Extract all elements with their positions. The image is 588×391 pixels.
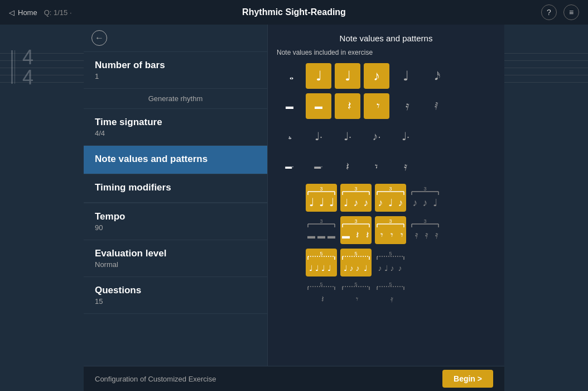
modal: ← Number of bars 1 Generate rhythm Time … — [84, 25, 504, 369]
begin-button[interactable]: Begin > — [442, 370, 493, 388]
note-cell-1-4[interactable]: ♩ — [393, 63, 418, 89]
note-cell-t1-1[interactable]: 3 ♩ ♩ ♩ — [306, 184, 337, 212]
note-cell-1-1[interactable]: ♩ — [306, 63, 331, 89]
note-cell-tr-1[interactable]: 3 ▬ ▬ ▬ — [306, 216, 337, 244]
row-icon-4: ▬· — [277, 154, 302, 179]
note-cell-2-1[interactable]: ▬ — [306, 93, 331, 119]
svg-text:♪: ♪ — [398, 264, 402, 273]
sidebar-item-tempo[interactable]: Tempo 90 — [84, 203, 267, 240]
svg-text:♪: ♪ — [364, 197, 369, 208]
note-cell-q2-2[interactable]: 5 𝄾 — [340, 281, 372, 307]
config-label: Configuration of Customized Exercise — [95, 375, 216, 383]
help-icon: ? — [547, 8, 551, 17]
svg-text:♩: ♩ — [388, 197, 393, 208]
triplet-rest-svg-3: 3 𝄾 𝄾 𝄾 — [375, 216, 406, 244]
triplet-rest-svg-2: 3 ▬ 𝄽 𝄽 — [340, 216, 372, 244]
svg-text:♩: ♩ — [344, 197, 348, 208]
svg-text:♩: ♩ — [327, 264, 331, 273]
svg-text:♪: ♪ — [378, 197, 383, 208]
quint-rest-svg-3: 5 𝄿 — [375, 281, 406, 307]
svg-text:𝄿: 𝄿 — [415, 233, 418, 239]
svg-text:𝄽: 𝄽 — [356, 232, 359, 238]
triplet-rest-svg-1: 3 ▬ ▬ ▬ — [306, 216, 337, 244]
svg-text:♪: ♪ — [350, 264, 354, 273]
note-cell-t1-2[interactable]: 3 ♩ ♪ ♪ — [340, 184, 372, 212]
note-cell-2-2[interactable]: 𝄽 — [335, 93, 360, 119]
note-cell-1-3[interactable]: ♪ — [364, 63, 389, 89]
notes-title: Note values and patterns — [95, 154, 256, 165]
note-cell-t1-3[interactable]: 3 ♪ ♩ ♪ — [375, 184, 406, 212]
note-cell-2-3[interactable]: 𝄾 — [364, 93, 389, 119]
sidebar-item-bars[interactable]: Number of bars 1 — [84, 52, 267, 89]
questions-title: Questions — [95, 285, 256, 296]
note-cell-3-4[interactable]: ♩· — [393, 123, 418, 149]
svg-text:5: 5 — [389, 251, 392, 256]
note-cell-3-2[interactable]: ♩· — [335, 123, 360, 149]
note-cell-q2-1[interactable]: 5 𝄽 — [306, 281, 337, 307]
note-cell-4-4[interactable]: 𝄿· — [393, 154, 418, 179]
svg-text:♩: ♩ — [384, 264, 388, 273]
note-cell-1-5[interactable]: 𝅘𝅥𝅯 — [422, 63, 447, 89]
row-icon-triplet-2 — [277, 217, 302, 243]
svg-text:3: 3 — [320, 186, 322, 192]
note-cell-q1-1[interactable]: 5 ♩ ♩ ♩ ♩ — [306, 249, 337, 276]
note-cell-tr-3[interactable]: 3 𝄾 𝄾 𝄾 — [375, 216, 406, 244]
top-bar-right: ? ≡ — [541, 4, 579, 20]
svg-text:𝄿: 𝄿 — [425, 233, 428, 239]
note-cell-4-1[interactable]: ▬· — [306, 154, 331, 179]
svg-text:5: 5 — [389, 282, 392, 287]
note-cell-2-4[interactable]: 𝄿 — [393, 93, 418, 119]
sidebar-back-area: ← — [84, 25, 267, 52]
quint-rest-svg-2: 5 𝄾 — [340, 281, 372, 307]
svg-text:3: 3 — [389, 186, 392, 192]
sidebar-item-questions[interactable]: Questions 15 — [84, 277, 267, 314]
sidebar-item-notes[interactable]: Note values and patterns — [84, 146, 267, 174]
sidebar-item-eval[interactable]: Evaluation level Normal — [84, 240, 267, 277]
question-label: Q: 1/15 · — [44, 8, 72, 17]
svg-text:♪: ♪ — [378, 264, 382, 273]
note-row-1: 𝅝 ♩ ♩ ♪ ♩ 𝅘𝅥𝅯 — [277, 63, 495, 89]
note-cell-tr-2[interactable]: 3 ▬ 𝄽 𝄽 — [340, 216, 372, 244]
back-button[interactable]: ← — [91, 30, 107, 46]
menu-icon: ≡ — [569, 8, 573, 17]
note-cell-q1-2[interactable]: 5 ♩ ♪ ♪ ♩ — [340, 249, 372, 276]
note-cell-4-2[interactable]: 𝄽· — [335, 154, 360, 179]
top-bar: ◁ Home Q: 1/15 · Rhythmic Sight-Reading … — [0, 0, 588, 25]
svg-text:♪: ♪ — [354, 197, 359, 208]
content-subtitle: Note values included in exercise — [277, 49, 495, 56]
svg-text:♩: ♩ — [329, 196, 334, 208]
help-button[interactable]: ? — [541, 4, 557, 20]
note-cell-3-1[interactable]: ♩· — [306, 123, 331, 149]
svg-text:♩: ♩ — [344, 264, 348, 273]
bars-title: Number of bars — [95, 60, 256, 71]
quint-svg-1: 5 ♩ ♩ ♩ ♩ — [306, 249, 337, 276]
note-row-2: ▬ ▬ 𝄽 𝄾 𝄿 𝅀 — [277, 93, 495, 119]
tempo-value: 90 — [95, 223, 256, 232]
row-icon-1: 𝅝 — [277, 63, 302, 89]
note-cell-1-2[interactable]: ♩ — [335, 63, 360, 89]
row-icon-2: ▬ — [277, 93, 302, 119]
generate-label: Generate rhythm — [148, 94, 203, 103]
note-cell-3-3[interactable]: ♪· — [364, 123, 389, 149]
generate-rhythm-button[interactable]: Generate rhythm — [84, 89, 267, 109]
note-cell-q1-3[interactable]: 5 ♪ ♩ ♪ ♪ — [375, 249, 406, 276]
sidebar-item-timing[interactable]: Timing modifiers — [84, 174, 267, 203]
svg-text:𝄾: 𝄾 — [391, 233, 393, 237]
note-row-triplet-2: 3 ▬ ▬ ▬ 3 ▬ 𝄽 𝄽 — [277, 216, 495, 244]
menu-button[interactable]: ≡ — [563, 4, 579, 20]
row-icon-quint-1 — [277, 250, 302, 275]
note-cell-tr-4[interactable]: 3 𝄿 𝄿 𝄿 — [409, 216, 441, 244]
note-cell-2-5[interactable]: 𝅀 — [422, 93, 447, 119]
note-cell-t1-4[interactable]: 3 ♪ ♪ ♩ — [409, 184, 441, 212]
home-button[interactable]: ◁ Home — [9, 8, 37, 17]
note-row-quintuplet-1: 5 ♩ ♩ ♩ ♩ 5 ♩ ♪ ♪ ♩ — [277, 249, 495, 276]
triplet-svg-1: 3 ♩ ♩ ♩ — [306, 184, 337, 212]
svg-text:♪: ♪ — [423, 197, 428, 208]
note-cell-q2-3[interactable]: 5 𝄿 — [375, 281, 406, 307]
svg-text:▬: ▬ — [342, 231, 350, 240]
svg-text:3: 3 — [423, 218, 426, 224]
svg-text:♩: ♩ — [433, 197, 437, 208]
note-cell-4-3[interactable]: 𝄾· — [364, 154, 389, 179]
sidebar-item-time[interactable]: Time signature 4/4 — [84, 109, 267, 146]
svg-text:♩: ♩ — [321, 264, 325, 273]
